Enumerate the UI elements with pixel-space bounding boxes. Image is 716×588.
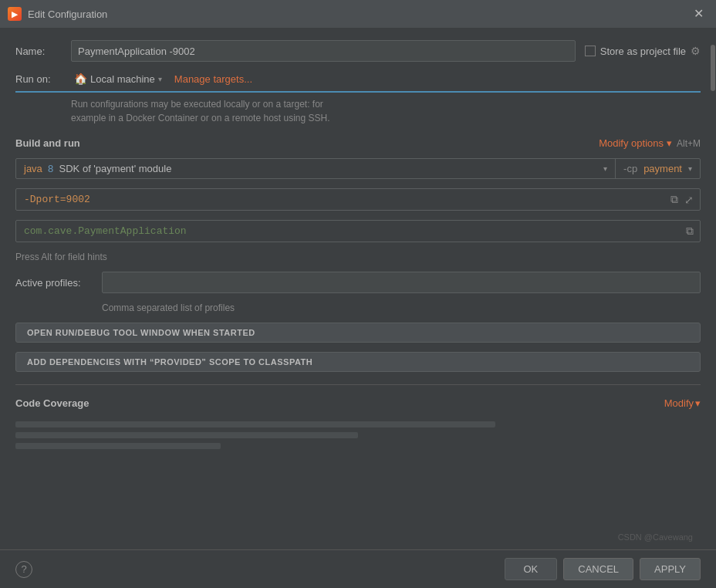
store-project-label: Store as project file <box>600 46 686 57</box>
run-on-info: Run configurations may be executed local… <box>71 97 701 125</box>
placeholder-area <box>15 421 701 449</box>
args-input[interactable] <box>16 189 664 210</box>
sdk-row: java 8 SDK of 'payment' module ▾ -cp pay… <box>15 158 701 179</box>
cp-value: payment <box>643 163 682 174</box>
name-label: Name: <box>15 46 62 57</box>
title-bar: ▶ Edit Configuration ✕ <box>0 0 716 28</box>
cp-dropdown-arrow[interactable]: ▾ <box>688 164 692 173</box>
footer: ? OK CANCEL APPLY <box>0 549 716 588</box>
profiles-label: Active profiles: <box>15 277 93 289</box>
local-machine-label: Local machine <box>90 73 155 85</box>
divider <box>15 384 701 385</box>
run-on-label: Run on: <box>15 73 62 85</box>
code-coverage-title: Code Coverage <box>15 397 89 409</box>
info-line-1: Run configurations may be executed local… <box>71 97 701 111</box>
house-icon: 🏠 <box>74 73 87 85</box>
run-on-section: Run on: 🏠 Local machine ▾ Manage targets… <box>15 71 701 125</box>
copy-icon[interactable]: ⧉ <box>669 191 680 208</box>
code-coverage-modify-link[interactable]: Modify ▾ <box>664 397 701 409</box>
open-tool-window-button[interactable]: OPEN RUN/DEBUG TOOL WINDOW WHEN STARTED <box>15 323 701 343</box>
add-dependencies-button[interactable]: ADD DEPENDENCIES WITH “PROVIDED” SCOPE T… <box>15 352 701 372</box>
modify-options-label: Modify options <box>599 137 664 149</box>
close-button[interactable]: ✕ <box>689 6 708 22</box>
local-machine-button[interactable]: 🏠 Local machine ▾ <box>71 71 165 86</box>
title-bar-left: ▶ Edit Configuration <box>8 7 107 21</box>
sdk-text: java 8 SDK of 'payment' module <box>24 163 171 174</box>
modify-options-arrow: ▾ <box>667 137 672 149</box>
ok-button[interactable]: OK <box>505 558 558 580</box>
main-class-input[interactable] <box>16 221 680 242</box>
expand-icon[interactable]: ⤢ <box>683 192 695 208</box>
sdk-dropdown[interactable]: java 8 SDK of 'payment' module ▾ <box>16 159 616 178</box>
name-row: Name: Store as project file ⚙ <box>15 40 701 62</box>
app-icon: ▶ <box>8 7 22 21</box>
sdk-dropdown-arrow: ▾ <box>603 164 607 173</box>
store-project-checkbox[interactable] <box>585 46 596 56</box>
args-row: ⧉ ⤢ <box>15 188 701 211</box>
main-class-row: ⧉ <box>15 220 701 242</box>
args-icons: ⧉ ⤢ <box>664 191 700 208</box>
code-coverage-modify-label: Modify <box>664 397 694 409</box>
profiles-input[interactable] <box>102 272 701 293</box>
sdk-keyword: java <box>24 163 42 174</box>
profiles-hint: Comma separated list of profiles <box>102 302 701 313</box>
placeholder-line-2 <box>15 432 358 438</box>
main-class-icons: ⧉ <box>680 223 700 239</box>
manage-targets-link[interactable]: Manage targets... <box>174 73 252 85</box>
code-coverage-modify-arrow: ▾ <box>695 397 701 409</box>
cp-section: -cp payment ▾ <box>616 159 700 178</box>
footer-left: ? <box>15 561 32 578</box>
build-run-header: Build and run Modify options ▾ Alt+M <box>15 137 701 149</box>
footer-right: OK CANCEL APPLY <box>505 558 701 580</box>
store-project-container: Store as project file ⚙ <box>585 45 701 57</box>
hint-text: Press Alt for field hints <box>15 252 701 262</box>
modify-options-shortcut: Alt+M <box>677 138 701 149</box>
apply-button[interactable]: APPLY <box>640 558 701 580</box>
scrollbar-track[interactable] <box>710 28 716 546</box>
sdk-number: 8 <box>48 163 53 174</box>
run-on-row: Run on: 🏠 Local machine ▾ Manage targets… <box>15 71 701 93</box>
scrollbar-thumb[interactable] <box>711 45 715 91</box>
cancel-button[interactable]: CANCEL <box>563 558 633 580</box>
placeholder-line-1 <box>15 421 495 427</box>
name-input[interactable] <box>71 40 576 62</box>
dialog-title: Edit Configuration <box>28 8 107 20</box>
gear-icon[interactable]: ⚙ <box>691 45 701 57</box>
watermark: CSDN @Cavewang <box>618 532 693 542</box>
build-run-title: Build and run <box>15 137 80 149</box>
local-machine-dropdown-arrow: ▾ <box>158 75 162 83</box>
cp-label: -cp <box>623 163 637 174</box>
modify-options-area: Modify options ▾ Alt+M <box>599 137 701 149</box>
info-line-2: example in a Docker Container or on a re… <box>71 111 701 125</box>
sdk-rest: SDK of 'payment' module <box>59 163 172 174</box>
placeholder-line-3 <box>15 443 221 449</box>
code-coverage-row: Code Coverage Modify ▾ <box>15 397 701 409</box>
modify-options-button[interactable]: Modify options ▾ <box>599 137 672 149</box>
main-class-copy-icon[interactable]: ⧉ <box>684 223 695 239</box>
edit-configuration-dialog: ▶ Edit Configuration ✕ Name: Store as pr… <box>0 0 716 588</box>
content-area: Name: Store as project file ⚙ Run on: 🏠 … <box>0 28 716 549</box>
help-button[interactable]: ? <box>15 561 32 578</box>
active-profiles-row: Active profiles: <box>15 272 701 293</box>
